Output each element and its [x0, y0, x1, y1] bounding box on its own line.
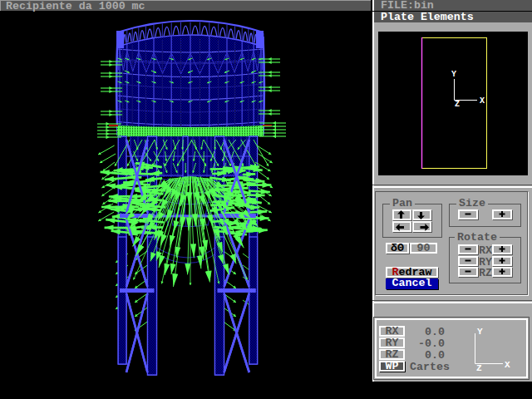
svg-text:X: X — [480, 96, 485, 106]
svg-text:X: X — [505, 360, 510, 370]
svg-text:Z: Z — [455, 100, 460, 109]
svg-text:Y: Y — [451, 70, 456, 79]
svg-text:Z: Z — [476, 363, 482, 373]
svg-text:Y: Y — [477, 327, 483, 337]
